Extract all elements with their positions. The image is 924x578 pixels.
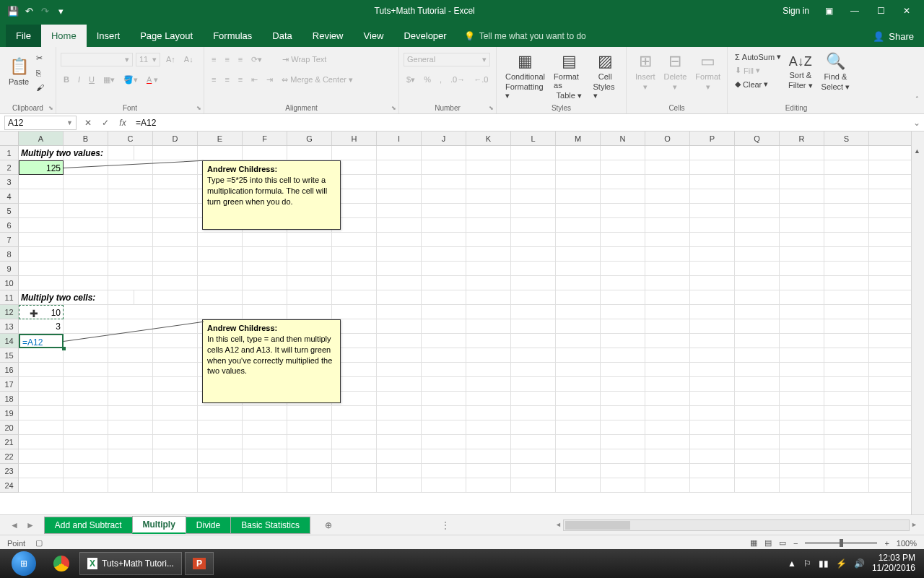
cell[interactable] — [198, 406, 243, 420]
cell[interactable] — [735, 233, 780, 247]
cell[interactable] — [108, 218, 153, 233]
cell[interactable] — [108, 262, 153, 276]
cell[interactable] — [556, 247, 601, 262]
align-top-icon[interactable]: ≡ — [209, 53, 219, 65]
row-header-2[interactable]: 2 — [0, 160, 19, 175]
cell[interactable] — [153, 406, 198, 420]
cell[interactable] — [19, 478, 64, 493]
font-launcher-icon[interactable]: ⬊ — [196, 105, 201, 111]
cell[interactable] — [735, 189, 780, 204]
cell[interactable] — [735, 348, 780, 363]
cell[interactable] — [869, 218, 914, 233]
cell[interactable] — [690, 204, 735, 218]
cell[interactable] — [511, 305, 556, 319]
cell[interactable] — [332, 420, 377, 435]
cell[interactable] — [690, 348, 735, 363]
cell[interactable] — [287, 449, 332, 464]
cell[interactable] — [556, 290, 601, 305]
cell[interactable] — [645, 247, 690, 262]
cell[interactable] — [556, 218, 601, 233]
fx-icon[interactable]: fx — [114, 118, 131, 128]
col-header-l[interactable]: L — [511, 131, 556, 145]
cell[interactable] — [780, 233, 824, 247]
cell[interactable] — [601, 305, 645, 319]
cell[interactable] — [64, 175, 108, 189]
cell[interactable] — [511, 449, 556, 464]
cell[interactable] — [601, 449, 645, 464]
cell[interactable] — [824, 449, 869, 464]
row-header-9[interactable]: 9 — [0, 262, 19, 276]
cell[interactable] — [243, 464, 287, 478]
cell[interactable] — [243, 262, 287, 276]
cell[interactable] — [511, 377, 556, 392]
cell[interactable] — [153, 449, 198, 464]
cell[interactable] — [556, 276, 601, 290]
cell[interactable] — [645, 146, 690, 160]
col-header-k[interactable]: K — [466, 131, 511, 145]
cell[interactable] — [377, 146, 422, 160]
cell[interactable] — [824, 262, 869, 276]
cell[interactable] — [511, 435, 556, 449]
cell[interactable] — [153, 334, 198, 348]
clipboard-launcher-icon[interactable]: ⬊ — [48, 105, 53, 111]
tray-battery-icon[interactable]: ⚡ — [836, 558, 847, 569]
cell[interactable] — [556, 363, 601, 377]
cell[interactable] — [511, 233, 556, 247]
cell[interactable] — [153, 478, 198, 493]
cell[interactable] — [780, 189, 824, 204]
cell[interactable] — [466, 435, 511, 449]
cell[interactable] — [466, 420, 511, 435]
cell[interactable] — [466, 334, 511, 348]
cell[interactable] — [466, 363, 511, 377]
merge-center-button[interactable]: ⇔ Merge & Center ▾ — [279, 74, 356, 86]
autosum-button[interactable]: Σ AutoSum ▾ — [732, 51, 784, 63]
cell[interactable] — [377, 175, 422, 189]
cell[interactable] — [824, 189, 869, 204]
cell[interactable] — [287, 478, 332, 493]
increase-decimal-icon[interactable]: .0→ — [448, 74, 468, 85]
col-header-m[interactable]: M — [556, 131, 601, 145]
row-header-16[interactable]: 16 — [0, 363, 19, 377]
cell[interactable] — [466, 392, 511, 406]
cell[interactable] — [64, 262, 108, 276]
cell[interactable] — [690, 290, 735, 305]
cell[interactable] — [645, 406, 690, 420]
cell[interactable] — [601, 334, 645, 348]
cell[interactable] — [153, 262, 198, 276]
expand-formula-bar-icon[interactable]: ⌄ — [910, 118, 924, 128]
cell[interactable] — [153, 276, 198, 290]
cell[interactable] — [556, 233, 601, 247]
cell[interactable] — [377, 305, 422, 319]
cell[interactable] — [869, 247, 914, 262]
cell[interactable] — [377, 189, 422, 204]
cell[interactable] — [735, 435, 780, 449]
cell[interactable] — [645, 276, 690, 290]
col-header-p[interactable]: P — [690, 131, 735, 145]
cell[interactable] — [422, 146, 466, 160]
cell[interactable] — [466, 189, 511, 204]
cell[interactable] — [780, 348, 824, 363]
cell[interactable] — [153, 189, 198, 204]
cell-a14[interactable]: =A12 — [19, 334, 64, 348]
cell[interactable] — [243, 449, 287, 464]
cell[interactable] — [824, 478, 869, 493]
cell[interactable] — [422, 262, 466, 276]
cell[interactable] — [377, 247, 422, 262]
cell[interactable] — [287, 276, 332, 290]
cell[interactable] — [64, 276, 108, 290]
cell[interactable] — [422, 305, 466, 319]
cell[interactable] — [108, 420, 153, 435]
cell[interactable] — [645, 435, 690, 449]
grow-font-icon[interactable]: A↑ — [163, 53, 178, 65]
tab-formulas[interactable]: Formulas — [203, 25, 262, 47]
row-header-21[interactable]: 21 — [0, 435, 19, 449]
cell[interactable] — [601, 435, 645, 449]
cell[interactable] — [735, 420, 780, 435]
cell[interactable] — [466, 276, 511, 290]
cell[interactable] — [108, 449, 153, 464]
cell[interactable] — [869, 392, 914, 406]
cell[interactable] — [511, 160, 556, 175]
cell[interactable] — [556, 478, 601, 493]
cell[interactable] — [601, 262, 645, 276]
cell[interactable] — [869, 363, 914, 377]
